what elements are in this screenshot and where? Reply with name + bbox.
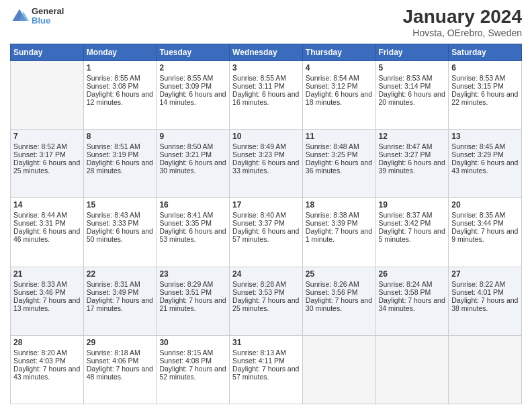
sunset-text: Sunset: 3:39 PM [306, 219, 373, 227]
col-friday: Friday [375, 44, 449, 60]
daylight-text: Daylight: 6 hours and 33 minutes. [232, 158, 300, 175]
daylight-text: Daylight: 6 hours and 28 minutes. [87, 158, 154, 175]
day-number: 20 [451, 200, 519, 210]
table-row: 22Sunrise: 8:31 AMSunset: 3:49 PMDayligh… [83, 267, 157, 335]
day-number: 12 [379, 132, 446, 141]
page-subtitle: Hovsta, OErebro, Sweden [403, 28, 522, 38]
table-row [302, 335, 375, 404]
sunrise-text: Sunrise: 8:28 AM [232, 280, 300, 288]
table-row: 11Sunrise: 8:48 AMSunset: 3:25 PMDayligh… [302, 130, 375, 198]
daylight-text: Daylight: 7 hours and 34 minutes. [379, 296, 446, 312]
logo: General Blue [10, 7, 64, 26]
sunset-text: Sunset: 3:42 PM [379, 219, 446, 227]
sunset-text: Sunset: 3:49 PM [87, 288, 154, 296]
day-number: 19 [379, 200, 446, 210]
table-row: 20Sunrise: 8:35 AMSunset: 3:44 PMDayligh… [449, 198, 522, 267]
daylight-text: Daylight: 6 hours and 25 minutes. [13, 158, 81, 175]
day-number: 7 [13, 132, 81, 141]
sunset-text: Sunset: 3:31 PM [13, 219, 81, 227]
sunset-text: Sunset: 3:11 PM [232, 82, 300, 90]
sunset-text: Sunset: 4:08 PM [159, 357, 226, 365]
sunrise-text: Sunrise: 8:15 AM [159, 349, 226, 357]
sunrise-text: Sunrise: 8:31 AM [87, 280, 154, 288]
calendar-table: Sunday Monday Tuesday Wednesday Thursday… [10, 44, 522, 404]
table-row: 4Sunrise: 8:54 AMSunset: 3:12 PMDaylight… [302, 60, 375, 129]
page: General Blue January 2024 Hovsta, OErebr… [0, 0, 532, 411]
sunrise-text: Sunrise: 8:45 AM [451, 142, 519, 150]
day-number: 21 [13, 269, 81, 279]
day-number: 26 [379, 269, 446, 279]
day-number: 1 [87, 63, 154, 73]
calendar-row: 7Sunrise: 8:52 AMSunset: 3:17 PMDaylight… [11, 130, 522, 198]
logo-line1: General [32, 7, 64, 16]
sunrise-text: Sunrise: 8:49 AM [232, 142, 300, 150]
daylight-text: Daylight: 7 hours and 57 minutes. [232, 365, 300, 381]
daylight-text: Daylight: 6 hours and 46 minutes. [13, 227, 81, 243]
table-row: 24Sunrise: 8:28 AMSunset: 3:53 PMDayligh… [230, 267, 303, 335]
col-tuesday: Tuesday [157, 44, 230, 60]
table-row: 18Sunrise: 8:38 AMSunset: 3:39 PMDayligh… [302, 198, 375, 267]
sunrise-text: Sunrise: 8:41 AM [159, 211, 226, 219]
daylight-text: Daylight: 6 hours and 22 minutes. [451, 90, 519, 106]
day-number: 8 [87, 132, 154, 141]
daylight-text: Daylight: 6 hours and 36 minutes. [306, 158, 373, 175]
table-row: 15Sunrise: 8:43 AMSunset: 3:33 PMDayligh… [83, 198, 157, 267]
table-row: 10Sunrise: 8:49 AMSunset: 3:23 PMDayligh… [230, 130, 303, 198]
sunset-text: Sunset: 3:53 PM [232, 288, 300, 296]
daylight-text: Daylight: 6 hours and 57 minutes. [232, 227, 300, 243]
day-number: 10 [232, 132, 300, 141]
sunset-text: Sunset: 3:25 PM [306, 150, 373, 158]
calendar-row: 1Sunrise: 8:55 AMSunset: 3:08 PMDaylight… [11, 60, 522, 129]
daylight-text: Daylight: 6 hours and 43 minutes. [451, 158, 519, 175]
sunrise-text: Sunrise: 8:47 AM [379, 142, 446, 150]
sunset-text: Sunset: 4:01 PM [451, 288, 519, 296]
sunrise-text: Sunrise: 8:55 AM [232, 74, 300, 82]
calendar-row: 14Sunrise: 8:44 AMSunset: 3:31 PMDayligh… [11, 198, 522, 267]
sunrise-text: Sunrise: 8:55 AM [87, 74, 154, 82]
table-row: 8Sunrise: 8:51 AMSunset: 3:19 PMDaylight… [83, 130, 157, 198]
day-number: 16 [159, 200, 226, 210]
daylight-text: Daylight: 6 hours and 50 minutes. [87, 227, 154, 243]
sunset-text: Sunset: 3:09 PM [159, 82, 226, 90]
day-number: 6 [451, 63, 519, 73]
table-row: 12Sunrise: 8:47 AMSunset: 3:27 PMDayligh… [375, 130, 449, 198]
sunrise-text: Sunrise: 8:33 AM [13, 280, 81, 288]
sunset-text: Sunset: 3:08 PM [87, 82, 154, 90]
header: General Blue January 2024 Hovsta, OErebr… [10, 7, 522, 38]
day-number: 22 [87, 269, 154, 279]
day-number: 13 [451, 132, 519, 141]
table-row: 21Sunrise: 8:33 AMSunset: 3:46 PMDayligh… [11, 267, 84, 335]
daylight-text: Daylight: 7 hours and 21 minutes. [159, 296, 226, 312]
table-row: 23Sunrise: 8:29 AMSunset: 3:51 PMDayligh… [157, 267, 230, 335]
col-monday: Monday [83, 44, 157, 60]
sunrise-text: Sunrise: 8:43 AM [87, 211, 154, 219]
table-row [449, 335, 522, 404]
day-number: 5 [379, 63, 446, 73]
logo-icon [10, 7, 29, 26]
sunrise-text: Sunrise: 8:52 AM [13, 142, 81, 150]
sunrise-text: Sunrise: 8:44 AM [13, 211, 81, 219]
table-row: 19Sunrise: 8:37 AMSunset: 3:42 PMDayligh… [375, 198, 449, 267]
sunrise-text: Sunrise: 8:48 AM [306, 142, 373, 150]
daylight-text: Daylight: 6 hours and 39 minutes. [379, 158, 446, 175]
daylight-text: Daylight: 7 hours and 17 minutes. [87, 296, 154, 312]
sunset-text: Sunset: 3:33 PM [87, 219, 154, 227]
sunrise-text: Sunrise: 8:55 AM [159, 74, 226, 82]
sunset-text: Sunset: 4:03 PM [13, 357, 81, 365]
day-number: 30 [159, 338, 226, 347]
sunrise-text: Sunrise: 8:50 AM [159, 142, 226, 150]
daylight-text: Daylight: 6 hours and 30 minutes. [159, 158, 226, 175]
logo-text: General Blue [32, 7, 64, 26]
daylight-text: Daylight: 6 hours and 16 minutes. [232, 90, 300, 106]
table-row: 31Sunrise: 8:13 AMSunset: 4:11 PMDayligh… [230, 335, 303, 404]
page-title: January 2024 [403, 7, 522, 28]
day-number: 28 [13, 338, 81, 347]
sunrise-text: Sunrise: 8:18 AM [87, 349, 154, 357]
sunset-text: Sunset: 3:37 PM [232, 219, 300, 227]
daylight-text: Daylight: 7 hours and 13 minutes. [13, 296, 81, 312]
sunrise-text: Sunrise: 8:53 AM [451, 74, 519, 82]
table-row: 5Sunrise: 8:53 AMSunset: 3:14 PMDaylight… [375, 60, 449, 129]
day-number: 23 [159, 269, 226, 279]
daylight-text: Daylight: 7 hours and 25 minutes. [232, 296, 300, 312]
day-number: 4 [306, 63, 373, 73]
